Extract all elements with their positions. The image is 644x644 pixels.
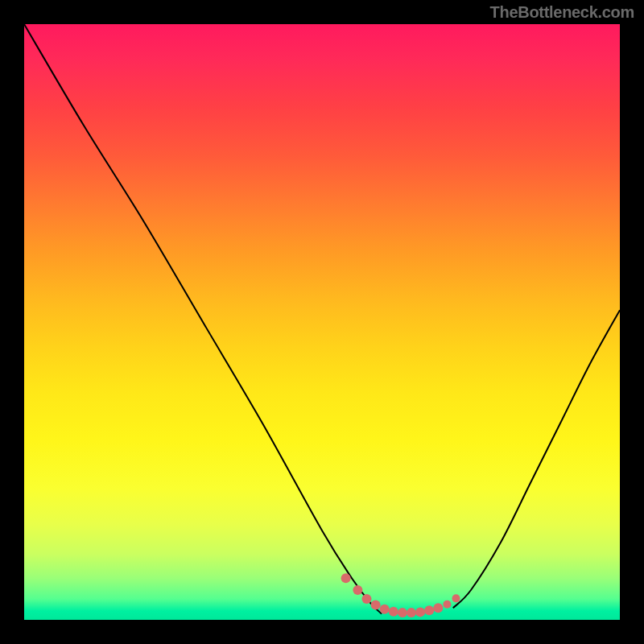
valley-dot — [407, 608, 416, 617]
valley-dot — [353, 585, 362, 595]
chart-svg — [24, 24, 620, 620]
valley-dot — [380, 605, 390, 614]
valley-dot — [443, 601, 451, 609]
valley-dot — [398, 608, 407, 617]
valley-dot — [415, 607, 425, 617]
valley-dot — [362, 594, 372, 604]
curve-left-branch — [24, 24, 382, 614]
valley-dot — [341, 573, 351, 583]
valley-dot — [433, 603, 443, 613]
chart-plot-area — [24, 24, 620, 620]
valley-dot — [389, 607, 398, 617]
valley-dot — [371, 601, 381, 610]
watermark-text: TheBottleneck.com — [490, 3, 634, 22]
valley-dot — [424, 605, 434, 615]
valley-dot — [452, 594, 460, 602]
valley-dots-group — [341, 573, 460, 617]
curve-right-branch — [453, 310, 620, 608]
